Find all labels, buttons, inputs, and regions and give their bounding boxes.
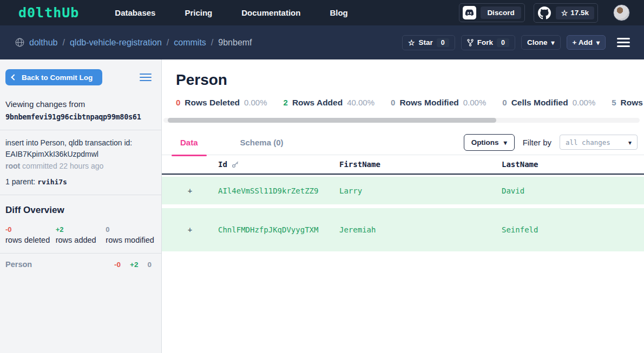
table-row[interactable]: + AIl4eVmSSl11D9krZetZZ9 Larry David (162, 177, 644, 204)
cell-id[interactable]: ChnlFMDHzfpJKqDVyygTXM (218, 225, 339, 234)
diff-overview-title: Diff Overview (5, 205, 156, 216)
divider (0, 195, 161, 195)
tab-data[interactable]: Data (172, 130, 207, 155)
table-modified-count: 0 (147, 261, 152, 269)
diff-stats-row: 0 Rows Deleted 0.00% 2 Rows Added 40.00%… (162, 98, 644, 108)
star-icon (561, 9, 568, 17)
star-icon (408, 38, 415, 47)
stat-rows-unmodified: 5 Rows Unmodified (612, 98, 644, 108)
breadcrumb-commits[interactable]: commits (174, 38, 206, 48)
filter-selected-value: all changes (566, 138, 610, 146)
topnav-links: Databases Pricing Documentation Blog (115, 8, 347, 17)
fork-count-badge: 0 (497, 38, 509, 47)
menu-icon[interactable] (617, 36, 630, 49)
user-avatar[interactable] (613, 4, 630, 21)
cell-lastname[interactable]: Seinfeld (502, 225, 644, 234)
column-header-lastname[interactable]: LastName (502, 160, 644, 169)
commit-sidebar: Back to Commit Log Viewing changes from … (0, 59, 162, 353)
diff-main-panel: Person 0 Rows Deleted 0.00% 2 Rows Added… (162, 59, 644, 353)
diff-overview-stats: -0 rows deleted +2 rows added 0 rows mod… (5, 225, 156, 244)
diff-tabbar: Data Schema (0) Options Filter by all ch… (162, 130, 644, 155)
breadcrumb-separator: / (211, 38, 213, 48)
rows-added-stat: +2 rows added (56, 225, 106, 244)
chevron-down-icon (504, 138, 507, 146)
primary-key-icon (232, 161, 239, 168)
tab-schema[interactable]: Schema (0) (232, 130, 292, 155)
add-button[interactable]: + Add (567, 35, 606, 50)
topnav-right: Discord 17.5k (459, 3, 630, 23)
cell-id[interactable]: AIl4eVmSSl11D9krZetZZ9 (218, 187, 339, 195)
table-name: Person (5, 260, 32, 269)
chevron-down-icon (628, 137, 632, 147)
back-to-commit-log-button[interactable]: Back to Commit Log (5, 69, 102, 85)
cell-lastname[interactable]: David (502, 187, 644, 195)
filter-select[interactable]: all changes (560, 135, 638, 150)
breadcrumb-separator: / (167, 38, 169, 48)
diff-added-marker: + (162, 187, 218, 195)
breadcrumb-repo[interactable]: qldb-vehicle-registration (70, 38, 162, 48)
github-star-count: 17.5k (556, 6, 594, 19)
star-button[interactable]: Star 0 (402, 35, 455, 50)
top-navigation: d0lthUb Databases Pricing Documentation … (0, 0, 644, 25)
breadcrumb-owner[interactable]: dolthub (29, 38, 58, 48)
github-icon (537, 6, 551, 20)
repo-header-bar: dolthub / qldb-vehicle-registration / co… (0, 25, 644, 59)
cell-firstname[interactable]: Jeremiah (339, 225, 502, 234)
divider (0, 253, 161, 254)
nav-item-pricing[interactable]: Pricing (185, 8, 212, 17)
stat-rows-deleted: 0 Rows Deleted 0.00% (176, 98, 267, 108)
nav-item-documentation[interactable]: Documentation (241, 8, 300, 17)
commit-time: committed 22 hours ago (22, 162, 103, 170)
cell-firstname[interactable]: Larry (339, 187, 502, 195)
parent-commit-hash[interactable]: rvihi7s (37, 178, 67, 186)
page-title: Person (162, 59, 644, 89)
discord-icon (463, 6, 476, 19)
discord-label: Discord (481, 6, 521, 19)
stat-rows-added: 2 Rows Added 40.00% (284, 98, 375, 108)
breadcrumb-commit-ref: 9bnbemf (218, 38, 252, 48)
stat-cells-modified: 0 Cells Modified 0.00% (502, 98, 595, 108)
dolthub-logo[interactable]: d0lthUb (18, 5, 79, 21)
table-header-row: Id FirstName LastName (162, 155, 644, 175)
star-count-badge: 0 (437, 38, 449, 47)
fork-icon (467, 39, 474, 46)
chevron-left-icon (11, 74, 17, 80)
nav-item-databases[interactable]: Databases (115, 8, 155, 17)
horizontal-scrollbar[interactable] (163, 118, 640, 123)
clone-button[interactable]: Clone (521, 35, 561, 50)
commit-meta: root committed 22 hours ago (5, 162, 156, 170)
parent-commit: 1 parent: rvihi7s (5, 177, 156, 186)
nav-item-blog[interactable]: Blog (330, 8, 347, 17)
table-row[interactable]: + ChnlFMDHzfpJKqDVyygTXM Jeremiah Seinfe… (162, 208, 644, 251)
repo-actions: Star 0 Fork 0 Clone + Add (402, 35, 630, 50)
fork-button[interactable]: Fork 0 (461, 35, 515, 50)
chevron-down-icon (551, 38, 555, 46)
rows-deleted-stat: -0 rows deleted (5, 225, 56, 244)
viewing-changes-label: Viewing changes from (5, 99, 156, 109)
commit-message: insert into Person, qldb transaction id:… (5, 137, 156, 160)
breadcrumb-separator: / (63, 38, 65, 48)
rows-modified-stat: 0 rows modified (106, 225, 156, 244)
divider (0, 130, 161, 130)
stat-rows-modified: 0 Rows Modified 0.00% (391, 98, 486, 108)
discord-button[interactable]: Discord (459, 3, 524, 22)
chevron-down-icon (596, 38, 600, 46)
diff-table: Id FirstName LastName + AIl4eVmSSl11D9kr… (162, 155, 644, 251)
column-header-id[interactable]: Id (218, 160, 339, 169)
options-button[interactable]: Options (464, 134, 515, 151)
filter-by-label: Filter by (523, 138, 551, 147)
diff-added-marker: + (162, 225, 218, 234)
column-header-firstname[interactable]: FirstName (339, 160, 502, 169)
globe-icon (15, 38, 24, 47)
table-added-count: +2 (130, 261, 138, 269)
sidebar-menu-icon[interactable] (140, 71, 152, 83)
table-deleted-count: -0 (114, 261, 121, 269)
breadcrumb: dolthub / qldb-vehicle-registration / co… (15, 38, 252, 48)
commit-author: root (5, 162, 20, 170)
diff-overview-table-row[interactable]: Person -0 +2 0 (5, 260, 156, 269)
scrollbar-thumb[interactable] (168, 118, 496, 123)
tab-controls: Options Filter by all changes (464, 134, 638, 151)
row-divider (162, 204, 644, 208)
github-button[interactable]: 17.5k (534, 3, 598, 23)
commit-hash: 9bnbemfevi91g96cibtnpaqp99m80s61 (5, 112, 156, 121)
